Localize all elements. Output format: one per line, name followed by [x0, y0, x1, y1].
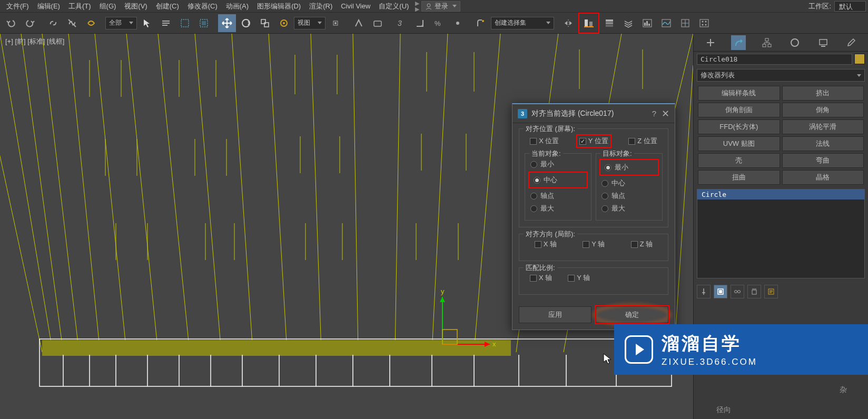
mod-btn-editspline[interactable]: 编辑样条线: [698, 86, 780, 101]
z-position-checkbox[interactable]: Z 位置: [628, 134, 657, 148]
placement-button[interactable]: [275, 14, 293, 32]
x-position-checkbox[interactable]: X 位置: [530, 134, 559, 148]
target-pivot-radio[interactable]: 轴点: [599, 189, 659, 202]
create-tab[interactable]: [703, 35, 718, 50]
curve-editor-button[interactable]: [638, 14, 656, 32]
target-center-radio[interactable]: 中心: [599, 177, 659, 189]
menu-file[interactable]: 文件(F): [2, 0, 33, 13]
window-crossing-button[interactable]: [195, 14, 213, 32]
menu-view[interactable]: 视图(V): [120, 0, 151, 13]
mod-btn-uvwmap[interactable]: UVW 贴图: [698, 136, 780, 151]
mod-btn-lattice[interactable]: 晶格: [782, 170, 864, 185]
orient-y-checkbox[interactable]: Y 轴: [583, 240, 605, 249]
target-max-radio[interactable]: 最大: [599, 202, 659, 215]
mod-btn-twist[interactable]: 扭曲: [698, 170, 780, 185]
scale-y-checkbox[interactable]: Y 轴: [568, 273, 590, 283]
undo-button[interactable]: [2, 14, 20, 32]
select-object-button[interactable]: [138, 14, 156, 32]
edit-named-button[interactable]: [472, 14, 490, 32]
angle-snap-button[interactable]: [411, 14, 429, 32]
current-pivot-radio[interactable]: 轴点: [528, 189, 588, 202]
render-setup-button[interactable]: [695, 14, 713, 32]
menu-edit[interactable]: 编辑(E): [33, 0, 64, 13]
menu-modifiers[interactable]: 修改器(C): [183, 0, 222, 13]
snap-2d-button[interactable]: 3: [392, 14, 410, 32]
pin-stack-button[interactable]: [697, 285, 711, 298]
pivot-center-button[interactable]: [327, 14, 344, 32]
ok-button[interactable]: 确定: [596, 306, 668, 323]
scale-button[interactable]: [256, 14, 274, 32]
bind-button[interactable]: [82, 14, 100, 32]
utilities-tab[interactable]: [844, 35, 859, 50]
mod-btn-normal[interactable]: 法线: [782, 136, 864, 151]
schematic-view-button[interactable]: [657, 14, 675, 32]
menu-render[interactable]: 渲染(R): [305, 0, 337, 13]
mod-btn-shell[interactable]: 壳: [698, 153, 780, 168]
unlink-button[interactable]: [63, 14, 81, 32]
align-button[interactable]: [580, 14, 598, 32]
scale-x-checkbox[interactable]: X 轴: [530, 273, 552, 283]
mod-btn-ffd[interactable]: FFD(长方体): [698, 119, 780, 134]
menu-overflow-icon[interactable]: ▶▶: [413, 1, 421, 12]
menu-graph[interactable]: 图形编辑器(D): [253, 0, 305, 13]
percent-snap-button[interactable]: %: [430, 14, 448, 32]
stack-item-circle[interactable]: Circle: [697, 189, 864, 199]
current-max-radio[interactable]: 最大: [528, 202, 588, 215]
menu-customize[interactable]: 自定义(U): [374, 0, 413, 13]
orient-x-checkbox[interactable]: X 轴: [535, 240, 557, 249]
modifier-list-dropdown[interactable]: 修改器列表: [697, 69, 865, 82]
mod-btn-bevelprofile[interactable]: 倒角剖面: [698, 103, 780, 117]
move-button[interactable]: [218, 14, 236, 32]
login-button[interactable]: 登录: [421, 1, 460, 12]
dialog-close-button[interactable]: ✕: [662, 108, 669, 119]
menu-group[interactable]: 组(G): [95, 0, 121, 13]
object-color-swatch[interactable]: [854, 54, 865, 64]
target-min-radio[interactable]: 最小: [603, 161, 656, 174]
ref-coord-dropdown[interactable]: 视图: [294, 17, 326, 29]
manipulate-button[interactable]: [350, 14, 368, 32]
show-end-result-button[interactable]: [714, 285, 727, 298]
svg-rect-84: [42, 340, 511, 356]
mod-btn-bend[interactable]: 弯曲: [782, 153, 864, 168]
mod-btn-extrude[interactable]: 挤出: [782, 86, 864, 101]
current-min-radio[interactable]: 最小: [528, 158, 588, 171]
dialog-help-button[interactable]: ?: [652, 109, 656, 118]
spinner-snap-button[interactable]: [449, 14, 467, 32]
redo-button[interactable]: [21, 14, 39, 32]
dialog-titlebar[interactable]: 3 对齐当前选择 (Circle017) ? ✕: [512, 104, 675, 123]
toggle-ribbon-button[interactable]: [619, 14, 637, 32]
motion-tab[interactable]: [787, 35, 802, 50]
mirror-button[interactable]: [559, 14, 577, 32]
select-by-name-button[interactable]: [157, 14, 175, 32]
mod-btn-bevel[interactable]: 倒角: [782, 103, 864, 117]
keyboard-shortcut-button[interactable]: [369, 14, 387, 32]
align-orientation-group: 对齐方向 (局部): X 轴 Y 轴 Z 轴: [519, 234, 668, 261]
menu-create[interactable]: 创建(C): [152, 0, 183, 13]
svg-line-44: [195, 34, 221, 352]
configure-sets-button[interactable]: [764, 285, 778, 298]
layer-explorer-button[interactable]: [600, 14, 618, 32]
menu-civil[interactable]: Civil View: [337, 0, 374, 13]
link-button[interactable]: [44, 14, 62, 32]
modifier-stack[interactable]: Circle: [697, 189, 865, 278]
workspace-dropdown[interactable]: 默认: [834, 1, 866, 12]
y-position-checkbox[interactable]: Y 位置: [579, 136, 608, 146]
menu-animation[interactable]: 动画(A): [222, 0, 253, 13]
remove-modifier-button[interactable]: [747, 285, 761, 298]
rotate-button[interactable]: [237, 14, 255, 32]
hierarchy-tab[interactable]: [760, 35, 774, 50]
material-editor-button[interactable]: [676, 14, 694, 32]
apply-button[interactable]: 应用: [519, 306, 591, 323]
object-name-input[interactable]: Circle018: [697, 54, 852, 65]
menu-tools[interactable]: 工具(T): [64, 0, 95, 13]
display-tab[interactable]: [816, 35, 831, 50]
make-unique-button[interactable]: [731, 285, 744, 298]
named-selection-set[interactable]: 创建选择集: [491, 17, 554, 29]
orient-z-checkbox[interactable]: Z 轴: [631, 240, 653, 249]
mod-btn-turbosmooth[interactable]: 涡轮平滑: [782, 119, 864, 134]
rect-select-button[interactable]: [176, 14, 194, 32]
modify-tab[interactable]: [731, 35, 746, 50]
selection-filter[interactable]: 全部: [105, 17, 137, 29]
current-center-radio[interactable]: 中心: [531, 174, 585, 186]
dropdown-icon: [452, 5, 457, 7]
